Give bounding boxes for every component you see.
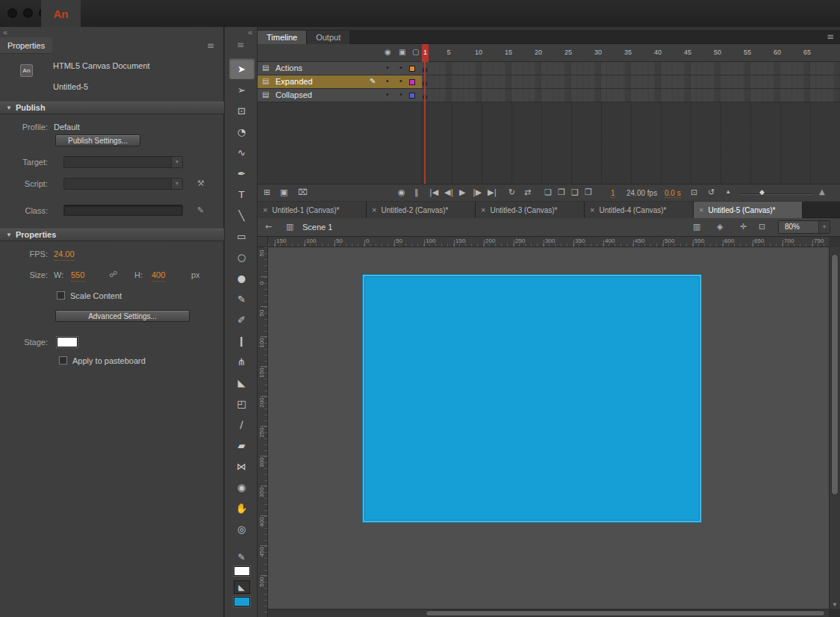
bone-tool[interactable]: ⋔ <box>229 351 255 372</box>
layer-row-actions[interactable]: ▤Actions•• <box>258 62 422 75</box>
eyedropper-tool[interactable]: ∕ <box>229 414 255 435</box>
show-hide-all-layers-icon[interactable]: ◉ <box>385 48 391 56</box>
brush-tool[interactable]: ✐ <box>229 309 255 330</box>
camera-tool[interactable]: ◉ <box>229 477 255 497</box>
first-frame-button[interactable]: |◀ <box>429 187 438 197</box>
script-settings-wrench-icon[interactable]: ⚒ <box>197 178 205 190</box>
selection-tool[interactable]: ➤ <box>229 58 255 79</box>
edit-symbols-icon[interactable]: ◈ <box>717 222 723 232</box>
vertical-scrollbar[interactable]: ▼ <box>829 247 840 609</box>
onion-outlines-button[interactable]: ❐ <box>558 187 565 197</box>
zoom-tool[interactable]: ◎ <box>229 518 255 539</box>
current-frame-indicator[interactable]: 1 <box>611 189 615 198</box>
app-icon[interactable]: An <box>41 0 81 27</box>
elapsed-time-indicator[interactable]: 0.0 s <box>665 189 681 198</box>
add-camera-button[interactable]: ◉ <box>398 187 405 197</box>
collapse-tools-icon[interactable]: « <box>248 28 252 37</box>
last-frame-button[interactable]: ▶| <box>488 187 497 197</box>
width-tool[interactable]: ⋈ <box>229 456 255 477</box>
fill-color-swatch[interactable] <box>234 597 250 607</box>
timeline-zoom-thumb[interactable]: ◆ <box>759 188 765 196</box>
close-tab-icon[interactable]: × <box>481 205 485 214</box>
delete-layer-button[interactable]: ⌧ <box>298 187 308 197</box>
frame-view-icon[interactable]: ⊡ <box>691 187 697 197</box>
free-transform-tool[interactable]: ⊡ <box>229 100 255 121</box>
step-back-button[interactable]: ◀| <box>444 187 453 197</box>
stage-color-swatch[interactable] <box>57 337 78 347</box>
layer-frames-collapsed[interactable] <box>422 89 840 102</box>
width-value[interactable]: 550 <box>71 269 84 282</box>
scroll-down-arrow-icon[interactable]: ▼ <box>832 601 838 608</box>
horizontal-scrollbar-thumb[interactable] <box>426 610 825 616</box>
publish-section-header[interactable]: ▼Publish <box>0 102 224 114</box>
pencil-tool[interactable]: ✎ <box>229 288 255 309</box>
zoom-out-frames-icon[interactable]: ▴ <box>727 187 730 195</box>
clip-content-icon[interactable]: ⊡ <box>759 222 765 232</box>
publish-settings-button[interactable]: Publish Settings... <box>55 134 140 146</box>
line-tool[interactable]: ╲ <box>229 205 255 226</box>
outline-all-layers-icon[interactable]: ▢ <box>412 48 419 56</box>
close-tab-icon[interactable]: × <box>372 205 376 214</box>
script-dropdown[interactable]: ▾ <box>63 178 183 190</box>
reset-timeline-zoom-icon[interactable]: ↺ <box>708 187 715 197</box>
timeline-zoom-slider[interactable] <box>739 193 814 195</box>
layer-visibility-dot[interactable]: • <box>386 77 389 85</box>
stroke-color-swatch[interactable] <box>234 566 250 576</box>
minimize-window-button[interactable] <box>23 8 33 18</box>
edit-multiple-frames-button[interactable]: ❑ <box>571 187 579 197</box>
document-tab-1[interactable]: ×Untitled-1 (Canvas)* <box>258 202 367 218</box>
close-tab-icon[interactable]: × <box>699 205 703 214</box>
new-layer-button[interactable]: ⊞ <box>264 187 270 197</box>
timeline-tab-timeline[interactable]: Timeline <box>258 31 307 45</box>
vertical-scrollbar-thumb[interactable] <box>831 254 839 495</box>
fps-value[interactable]: 24.00 <box>54 248 75 261</box>
eraser-tool[interactable]: ▰ <box>229 435 255 456</box>
rectangle-tool[interactable]: ▭ <box>229 226 255 247</box>
timeline-menu-icon[interactable]: ≡ <box>827 31 834 42</box>
properties-section-header[interactable]: ▼Properties <box>0 229 224 241</box>
layer-lock-dot[interactable]: • <box>399 77 402 85</box>
close-tab-icon[interactable]: × <box>590 205 594 214</box>
timeline-tab-output[interactable]: Output <box>307 31 350 45</box>
document-tab-2[interactable]: ×Untitled-2 (Canvas)* <box>367 202 476 218</box>
ink-bottle-tool[interactable]: ◰ <box>229 393 255 414</box>
frame-rate-indicator[interactable]: 24.00 fps <box>626 189 657 197</box>
zoom-level-dropdown[interactable]: 80% ▾ <box>778 220 830 234</box>
class-input[interactable] <box>63 205 183 216</box>
height-value[interactable]: 400 <box>152 269 165 282</box>
layer-lock-dot[interactable]: • <box>399 90 402 99</box>
zoom-in-frames-icon[interactable]: ▲ <box>819 187 825 196</box>
target-dropdown[interactable]: ▾ <box>63 156 183 168</box>
document-tab-4[interactable]: ×Untitled-4 (Canvas)* <box>585 202 694 218</box>
modify-markers-button[interactable]: ❒ <box>585 187 592 197</box>
edit-scene-icon[interactable]: ▥ <box>693 222 700 232</box>
document-tab-3[interactable]: ×Untitled-3 (Canvas)* <box>476 202 585 218</box>
layer-lock-dot[interactable]: • <box>399 63 402 72</box>
tools-menu-icon[interactable]: ≡ <box>237 40 244 50</box>
layer-row-collapsed[interactable]: ▤Collapsed•• <box>258 89 422 102</box>
subselection-tool[interactable]: ➢ <box>229 79 255 100</box>
play-button[interactable]: ▶ <box>459 187 465 197</box>
new-folder-button[interactable]: ▣ <box>280 187 287 197</box>
document-tab-5[interactable]: ×Untitled-5 (Canvas)* <box>694 202 803 218</box>
layer-frames-expanded[interactable] <box>422 75 840 89</box>
paint-brush-tool[interactable]: ❙ <box>229 330 255 351</box>
back-arrow-icon[interactable]: ← <box>265 222 272 232</box>
horizontal-scrollbar[interactable] <box>268 609 829 617</box>
paint-bucket-tool[interactable]: ◣ <box>229 372 255 393</box>
scale-content-checkbox[interactable] <box>57 291 65 300</box>
layer-row-expanded[interactable]: ▤Expanded✎•• <box>258 75 422 89</box>
layer-visibility-dot[interactable]: • <box>386 63 389 72</box>
layer-frames-actions[interactable] <box>422 62 840 75</box>
pasteboard[interactable] <box>268 247 829 609</box>
shuttle-button[interactable]: ⇄ <box>524 187 531 197</box>
stage-canvas[interactable] <box>364 276 700 521</box>
collapse-panel-icon[interactable]: « <box>3 28 7 37</box>
loop-button[interactable]: ↻ <box>508 187 515 197</box>
edit-class-pencil-icon[interactable]: ✎ <box>197 205 204 217</box>
link-dimensions-icon[interactable]: ☍ <box>109 269 117 281</box>
step-forward-button[interactable]: |▶ <box>473 187 482 197</box>
playhead-line[interactable] <box>424 62 426 184</box>
layer-visibility-dot[interactable]: • <box>386 90 389 99</box>
show-parenting-button[interactable]: ‖ <box>414 187 419 197</box>
